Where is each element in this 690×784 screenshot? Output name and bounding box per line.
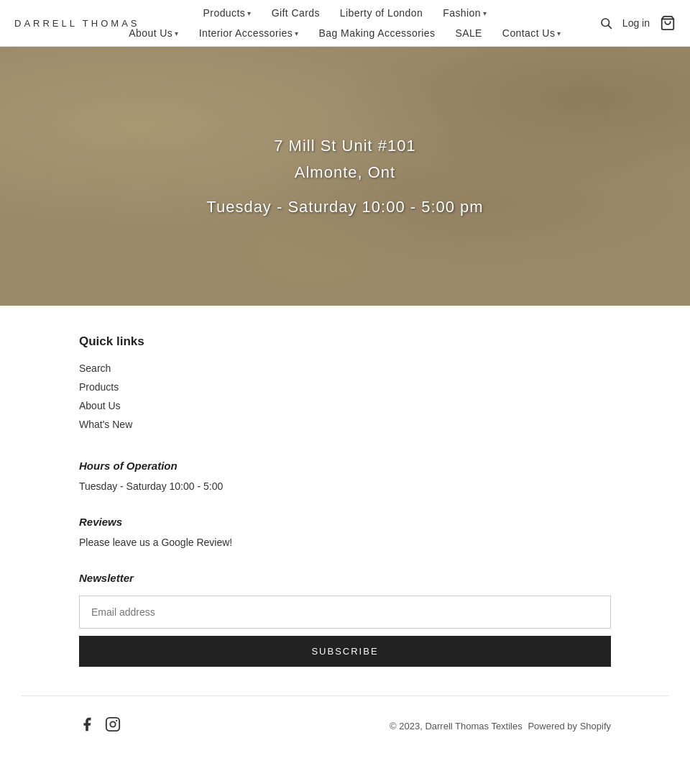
- quick-link-whats-new[interactable]: What's New: [79, 419, 132, 430]
- fashion-arrow-icon: ▾: [483, 9, 487, 17]
- reviews-section: Reviews Please leave us a Google Review!: [79, 516, 611, 550]
- copyright-text: © 2023, Darrell Thomas Textiles Powered …: [390, 721, 611, 731]
- svg-line-1: [608, 25, 611, 28]
- logo[interactable]: DARRELL THOMAS: [14, 17, 139, 29]
- hero-address-line2: Almonte, Ont: [206, 159, 483, 186]
- list-item: About Us: [79, 399, 611, 412]
- reviews-title: Reviews: [79, 516, 611, 528]
- hero-address-line1: 7 Mill St Unit #101: [206, 132, 483, 159]
- header: DARRELL THOMAS Products ▾ Gift Cards Lib…: [0, 0, 690, 47]
- list-item: What's New: [79, 418, 611, 431]
- footer-content: Quick links Search Products About Us Wha…: [22, 306, 668, 667]
- header-icons: Log in: [599, 15, 676, 31]
- email-input[interactable]: [79, 596, 611, 629]
- quick-links-list: Search Products About Us What's New: [79, 362, 611, 431]
- quick-link-about[interactable]: About Us: [79, 400, 121, 411]
- hero-section: 7 Mill St Unit #101 Almonte, Ont Tuesday…: [0, 47, 690, 306]
- reviews-text: Please leave us a Google Review!: [79, 535, 611, 550]
- interior-arrow-icon: ▾: [295, 29, 298, 37]
- nav-products[interactable]: Products ▾: [203, 7, 252, 19]
- facebook-icon: [79, 716, 95, 732]
- cart-button[interactable]: [660, 15, 676, 31]
- nav-sale[interactable]: SALE: [455, 27, 482, 39]
- nav-gift-cards[interactable]: Gift Cards: [272, 7, 320, 19]
- instagram-link[interactable]: [105, 716, 121, 735]
- nav-interior-accessories[interactable]: Interior Accessories ▾: [199, 27, 299, 39]
- quick-links-title: Quick links: [79, 334, 611, 349]
- logo-text: DARRELL THOMAS: [14, 18, 139, 29]
- newsletter-section: Newsletter SUBSCRIBE: [79, 572, 611, 667]
- cart-icon: [660, 15, 676, 31]
- list-item: Products: [79, 380, 611, 393]
- login-text: Log in: [622, 17, 650, 29]
- nav-contact-us[interactable]: Contact Us ▾: [502, 27, 561, 39]
- svg-point-4: [110, 721, 115, 726]
- facebook-link[interactable]: [79, 716, 95, 735]
- about-arrow-icon: ▾: [175, 29, 178, 37]
- products-arrow-icon: ▾: [247, 9, 251, 17]
- nav-liberty-london[interactable]: Liberty of London: [340, 7, 423, 19]
- log-in-button[interactable]: Log in: [622, 17, 650, 29]
- svg-rect-3: [106, 718, 119, 731]
- social-icons: [79, 716, 121, 735]
- google-review-link[interactable]: Please leave us a Google Review!: [79, 537, 232, 548]
- hours-title: Hours of Operation: [79, 460, 611, 472]
- nav-bag-making[interactable]: Bag Making Accessories: [319, 27, 436, 39]
- nav-fashion[interactable]: Fashion ▾: [443, 7, 487, 19]
- hours-section: Hours of Operation Tuesday - Saturday 10…: [79, 460, 611, 494]
- subscribe-button[interactable]: SUBSCRIBE: [79, 636, 611, 667]
- hours-text: Tuesday - Saturday 10:00 - 5:00: [79, 479, 611, 494]
- powered-by-shopify-link[interactable]: Powered by Shopify: [528, 721, 611, 731]
- bottom-bar: © 2023, Darrell Thomas Textiles Powered …: [22, 696, 668, 755]
- quick-link-search[interactable]: Search: [79, 363, 111, 374]
- search-button[interactable]: [599, 17, 612, 29]
- search-icon: [599, 17, 612, 29]
- quick-link-products[interactable]: Products: [79, 381, 119, 393]
- instagram-icon: [105, 716, 121, 732]
- quick-links-section: Quick links Search Products About Us Wha…: [79, 334, 611, 431]
- svg-point-5: [116, 720, 117, 721]
- newsletter-title: Newsletter: [79, 572, 611, 584]
- hero-hours-line: Tuesday - Saturday 10:00 - 5:00 pm: [206, 193, 483, 220]
- hero-content: 7 Mill St Unit #101 Almonte, Ont Tuesday…: [206, 132, 483, 220]
- contact-arrow-icon: ▾: [557, 29, 561, 37]
- list-item: Search: [79, 362, 611, 375]
